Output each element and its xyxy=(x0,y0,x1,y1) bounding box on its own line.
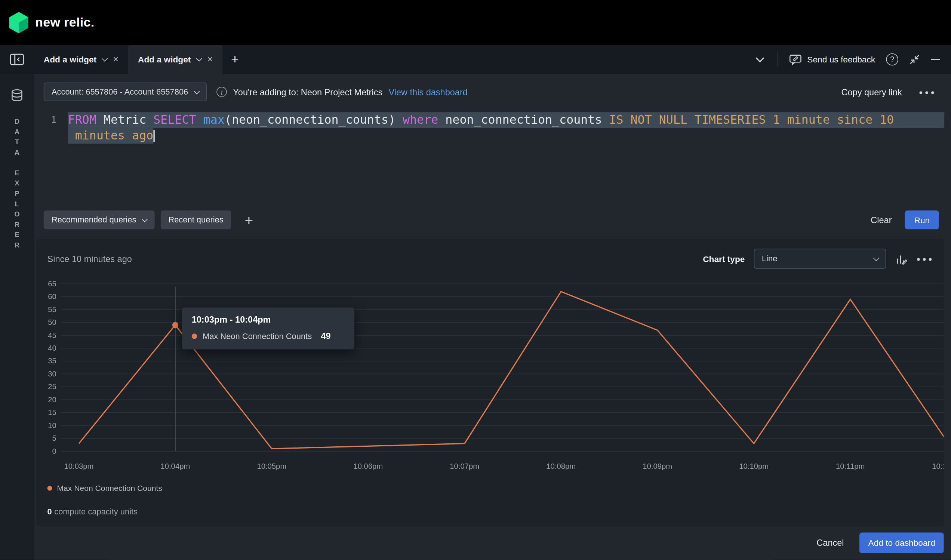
data-explorer-panel-icon[interactable] xyxy=(0,45,34,74)
tooltip-series-value: 49 xyxy=(321,331,331,341)
run-button[interactable]: Run xyxy=(905,211,939,229)
code-token: since xyxy=(837,112,873,128)
data-explorer-label: DATA EXPLORER xyxy=(14,118,20,252)
copy-query-link-button[interactable]: Copy query link xyxy=(842,87,902,97)
legend-series-name: Max Neon Connection Counts xyxy=(57,483,162,492)
tab-add-widget-2[interactable]: Add a widget × xyxy=(128,45,222,74)
body: DATA EXPLORER Account: 6557806 - Account… xyxy=(0,74,951,560)
code-token xyxy=(766,112,773,128)
minimize-icon[interactable] xyxy=(931,59,940,60)
code-token: minutes ago xyxy=(68,128,154,143)
database-icon[interactable] xyxy=(11,89,24,102)
tab-label: Add a widget xyxy=(138,55,191,64)
chevron-down-icon[interactable] xyxy=(196,56,202,62)
code-token: 1 minute xyxy=(773,112,830,128)
more-options-icon[interactable]: ●●● xyxy=(919,88,936,95)
x-tick-label: 10:04pm xyxy=(160,462,190,470)
y-tick-label: 5 xyxy=(52,434,57,442)
chart-type-label: Chart type xyxy=(703,254,745,263)
feedback-label: Send us feedback xyxy=(807,55,875,64)
chevron-down-icon[interactable] xyxy=(102,56,108,62)
chart-card: Since 10 minutes ago Chart type Line xyxy=(36,239,943,526)
collapse-window-icon[interactable] xyxy=(909,54,920,65)
chart-area: 0510152025303540455055606510:03pm10:04pm… xyxy=(48,276,944,478)
code-token: Metric xyxy=(97,112,153,128)
recent-queries-label: Recent queries xyxy=(168,215,223,224)
line-number: 1 xyxy=(34,112,68,128)
code-token: TIMESERIES xyxy=(694,112,766,128)
close-tab-icon[interactable]: × xyxy=(207,54,213,65)
new-tab-button[interactable]: + xyxy=(231,45,239,74)
tab-strip: Add a widget × Add a widget × + Send us … xyxy=(0,45,951,74)
x-tick-label: 10:09pm xyxy=(643,462,672,470)
recommended-queries-button[interactable]: Recommended queries xyxy=(44,211,154,229)
x-tick-label: 10:07pm xyxy=(450,462,479,470)
y-tick-label: 55 xyxy=(48,305,57,314)
compute-capacity-value: 0 xyxy=(48,507,52,516)
y-tick-label: 35 xyxy=(48,357,57,365)
chart-tooltip: 10:03pm - 10:04pm Max Neon Connection Co… xyxy=(182,308,354,349)
code-token xyxy=(196,112,203,128)
compute-capacity-label: compute capacity units xyxy=(54,507,138,516)
code-token: max xyxy=(203,112,225,128)
query-header-actions: Copy query link ●●● xyxy=(842,87,939,97)
y-tick-label: 20 xyxy=(48,395,57,404)
add-to-dashboard-button[interactable]: Add to dashboard xyxy=(860,533,944,553)
text-caret xyxy=(153,130,154,142)
add-query-button[interactable]: + xyxy=(245,211,253,228)
x-tick-label: 10:03pm xyxy=(64,462,94,470)
tabstrip-actions: Send us feedback ? xyxy=(757,45,951,74)
tooltip-series-row: Max Neon Connection Counts 49 xyxy=(192,331,345,341)
legend-color-dot xyxy=(48,486,52,491)
query-toolbar: Recommended queries Recent queries + Cle… xyxy=(34,203,951,238)
divider xyxy=(777,52,778,67)
recommended-queries-label: Recommended queries xyxy=(52,215,136,224)
query-text-line-2[interactable]: minutes ago xyxy=(68,128,154,143)
info-icon: i xyxy=(217,87,227,97)
help-icon[interactable]: ? xyxy=(886,54,898,65)
account-selector[interactable]: Account: 6557806 - Account 6557806 xyxy=(44,83,207,101)
chevron-down-icon xyxy=(873,255,879,261)
chart-type-select[interactable]: Line xyxy=(754,249,886,269)
chevron-down-icon xyxy=(141,216,147,222)
compute-capacity-note: 0compute capacity units xyxy=(48,507,944,516)
chart-controls: Chart type Line ●●● xyxy=(703,249,934,269)
feedback-icon xyxy=(789,54,802,65)
edit-chart-icon[interactable] xyxy=(895,253,907,265)
x-tick-label: 10:10pm xyxy=(739,462,769,470)
toolbar-actions: Clear Run xyxy=(871,211,939,229)
chart-type-value: Line xyxy=(762,254,777,263)
x-tick-label: 10:08pm xyxy=(546,462,576,470)
code-token: where xyxy=(403,112,438,128)
x-tick-label: 10:11pm xyxy=(836,462,865,470)
tabs: Add a widget × Add a widget × + xyxy=(34,45,239,74)
y-tick-label: 10 xyxy=(48,421,57,429)
clear-button[interactable]: Clear xyxy=(871,215,891,225)
y-tick-label: 50 xyxy=(48,318,57,326)
time-range-label: Since 10 minutes ago xyxy=(48,254,132,263)
tab-add-widget-1[interactable]: Add a widget × xyxy=(34,45,128,74)
footer-actions: Cancel Add to dashboard xyxy=(34,526,951,560)
tab-label: Add a widget xyxy=(44,55,97,64)
account-selector-label: Account: 6557806 - Account 6557806 xyxy=(52,88,188,97)
tab-overflow-chevron-icon[interactable] xyxy=(756,54,764,62)
chevron-down-icon xyxy=(194,88,200,94)
recent-queries-button[interactable]: Recent queries xyxy=(160,211,231,229)
series-color-dot xyxy=(192,334,197,339)
y-tick-label: 45 xyxy=(48,331,57,340)
tooltip-series-name: Max Neon Connection Counts xyxy=(203,332,312,340)
y-tick-label: 60 xyxy=(48,292,57,300)
x-tick-label: 10:12pm xyxy=(932,462,943,470)
query-text-line-1[interactable]: FROM Metric SELECT max(neon_connection_c… xyxy=(68,112,944,128)
nrql-editor[interactable]: 1 FROM Metric SELECT max(neon_connection… xyxy=(34,106,951,203)
line-number-gutter xyxy=(34,128,68,143)
send-feedback-button[interactable]: Send us feedback xyxy=(789,54,876,65)
close-tab-icon[interactable]: × xyxy=(113,54,118,65)
chart-more-options-icon[interactable]: ●●● xyxy=(917,255,934,262)
code-token xyxy=(873,112,880,128)
line-chart[interactable]: 0510152025303540455055606510:03pm10:04pm… xyxy=(48,276,944,476)
view-dashboard-link[interactable]: View this dashboard xyxy=(388,87,467,97)
cancel-button[interactable]: Cancel xyxy=(816,538,844,548)
chart-legend[interactable]: Max Neon Connection Counts xyxy=(48,483,944,492)
code-token: IS NOT NULL xyxy=(609,112,688,128)
